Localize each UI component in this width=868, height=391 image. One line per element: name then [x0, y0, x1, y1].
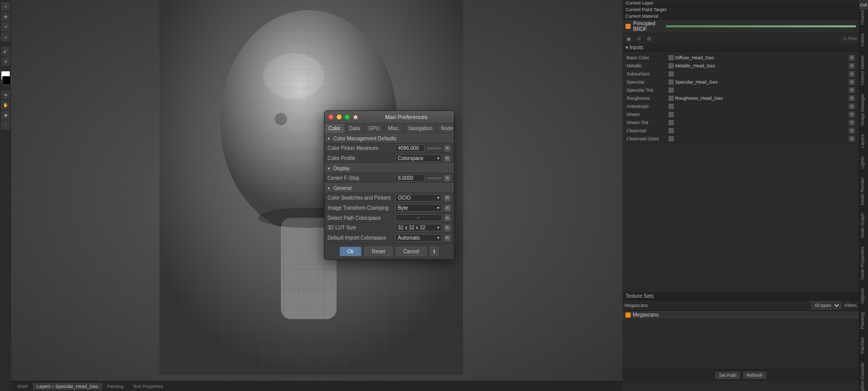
toolbar-pan-btn[interactable]: ✋	[1, 100, 10, 109]
toolbar-move-btn[interactable]: ✥	[1, 12, 10, 21]
tool-refresh-btn[interactable]: ↺	[635, 34, 643, 43]
input-btn-5[interactable]: ⊞	[849, 95, 855, 101]
input-btn-7[interactable]: ⊞	[849, 111, 855, 118]
color-swatches-reset[interactable]: R	[444, 194, 451, 202]
maximize-window-btn[interactable]	[345, 114, 350, 120]
toolbar-scale-btn[interactable]: ⤢	[1, 32, 10, 42]
img-transform-reset[interactable]: R	[444, 205, 451, 212]
ts-type-filter[interactable]: All types	[811, 301, 841, 309]
bottom-tab-tool-props[interactable]: Tool Properties	[129, 383, 167, 390]
input-swatch-8[interactable]	[669, 120, 674, 125]
dialog-tab-navigation[interactable]: Navigation	[404, 124, 437, 133]
toolbar-bg-color-btn[interactable]	[2, 76, 11, 85]
default-import-row: Default Import Colorspace Automatic ▾ R	[324, 233, 454, 243]
input-btn-8[interactable]: ⊞	[849, 120, 855, 126]
color-picker-max-reset[interactable]: R	[444, 145, 451, 152]
set-path-btn[interactable]: Set Path	[715, 372, 740, 379]
toolbar-zoom-btn[interactable]: ⊕	[1, 90, 10, 99]
color-profile-value[interactable]: Colorspace ▾	[395, 154, 442, 162]
side-tab-patches[interactable]: Patches	[859, 333, 869, 358]
tool-eye-btn[interactable]: ◉	[625, 34, 633, 43]
input-btn-1[interactable]: ⊞	[849, 63, 855, 69]
side-tab-painting[interactable]: Painting	[859, 308, 869, 333]
current-layer-header[interactable]: Current Layer	[623, 0, 859, 7]
center-fstop-reset[interactable]: R	[444, 175, 451, 182]
megascans-row[interactable]: Megascans	[623, 311, 859, 319]
input-swatch-0[interactable]	[669, 55, 674, 60]
current-material-header[interactable]: Current Material	[623, 13, 859, 20]
bottom-tab-shelf[interactable]: Shelf	[13, 383, 32, 390]
input-btn-6[interactable]: ⊞	[849, 103, 855, 109]
toolbar-rotate-btn[interactable]: ↺	[1, 22, 10, 31]
cancel-button[interactable]: Cancel	[396, 247, 427, 256]
input-swatch-2[interactable]	[669, 71, 674, 76]
side-tab-image-manager[interactable]: Image Manager	[859, 89, 869, 130]
input-swatch-7[interactable]	[669, 112, 674, 117]
dialog-tab-misc[interactable]: Misc.	[384, 124, 404, 133]
display-section-header[interactable]: ▾ Display	[324, 164, 454, 173]
input-swatch-5[interactable]	[669, 96, 674, 101]
img-transform-value[interactable]: Byte ▾	[395, 204, 442, 212]
side-tab-history[interactable]: History Marker	[859, 51, 869, 89]
toolbar-dots-btn[interactable]: ⋮	[1, 121, 10, 130]
reset-button[interactable]: Reset	[364, 247, 393, 256]
color-profile-reset[interactable]: R	[444, 155, 451, 162]
col-tab[interactable]: Col	[859, 0, 868, 10]
input-btn-9[interactable]: ⊞	[849, 128, 855, 134]
bottom-tab-layers[interactable]: Layers – Specular_Head_Geo	[33, 383, 102, 390]
side-tab-node-graph[interactable]: Node Graph	[859, 209, 869, 242]
minimize-window-btn[interactable]	[337, 114, 342, 120]
color-swatches-value[interactable]: OCIO ▾	[395, 194, 442, 202]
dialog-tab-node-graph[interactable]: Node Graph	[437, 124, 454, 133]
color-picker-max-value[interactable]: 4096.000	[395, 144, 425, 152]
toolbar-erase-btn[interactable]: ⊘	[1, 57, 10, 66]
side-tab-colors[interactable]: Colors	[859, 29, 869, 51]
input-swatch-3[interactable]	[669, 80, 674, 85]
info-button[interactable]: ℹ	[430, 247, 439, 256]
side-tab-python[interactable]: Python Console	[859, 358, 869, 391]
dialog-tab-data[interactable]: Data	[345, 124, 364, 133]
dialog-tab-color[interactable]: Color	[324, 124, 345, 133]
input-swatch-10[interactable]	[669, 136, 674, 141]
detect-path-value[interactable]: ✓	[395, 214, 442, 221]
color-mgmt-section-header[interactable]: ▾ Color Management Defaults	[324, 134, 454, 143]
side-tab-lights[interactable]: Lights	[859, 152, 869, 173]
input-swatch-9[interactable]	[669, 128, 674, 133]
lut-size-reset[interactable]: R	[444, 224, 451, 231]
input-btn-10[interactable]: ⊞	[849, 136, 855, 142]
input-btn-0[interactable]: ⊞	[849, 55, 855, 61]
input-swatch-6[interactable]	[669, 104, 674, 109]
toolbar-eye-btn[interactable]: ◉	[1, 110, 10, 120]
default-import-reset[interactable]: R	[444, 234, 451, 242]
color-picker-max-slider[interactable]	[427, 147, 442, 149]
detect-path-reset[interactable]: R	[444, 214, 451, 221]
general-section-header[interactable]: ▾ General	[324, 183, 454, 193]
side-tab-objects[interactable]: Objects	[859, 284, 869, 308]
side-tab-modo-render[interactable]: Modo Render	[859, 173, 869, 209]
side-tab-layers[interactable]: Layers	[859, 130, 869, 152]
dialog-tabs: Color Data GPU Misc. Navigation Node Gra…	[324, 124, 454, 134]
refresh-btn[interactable]: Refresh	[743, 372, 766, 379]
input-swatch-1[interactable]	[669, 63, 674, 68]
center-fstop-value[interactable]: 8.0000	[395, 174, 425, 182]
current-layer-label: Current Layer	[626, 1, 653, 6]
inputs-section-header[interactable]: ▾ Inputs	[623, 44, 859, 52]
input-btn-2[interactable]: ⊞	[849, 71, 855, 77]
input-swatch-4[interactable]	[669, 88, 674, 93]
bottom-tab-painting[interactable]: Painting	[103, 383, 128, 390]
close-window-btn[interactable]	[328, 114, 334, 120]
tool-settings-btn[interactable]: ⚙	[645, 34, 653, 43]
current-paint-target-header[interactable]: Current Paint Target	[623, 7, 859, 13]
input-btn-4[interactable]: ⊞	[849, 87, 855, 93]
default-import-value[interactable]: Automatic ▾	[395, 234, 442, 242]
dialog-titlebar[interactable]: 🏠 Mari Preferences	[324, 111, 454, 124]
side-tab-node-properties[interactable]: Node Properties	[859, 242, 869, 284]
ok-button[interactable]: Ok	[340, 247, 361, 256]
input-btn-3[interactable]: ⊞	[849, 79, 855, 85]
toolbar-paint-btn[interactable]: 🖌	[1, 47, 10, 56]
megascans-label: Megascans	[633, 312, 658, 318]
toolbar-select-btn[interactable]: ↖	[1, 2, 10, 11]
lut-size-value[interactable]: 32 x 32 x 32 ▾	[395, 224, 442, 231]
center-fstop-slider[interactable]	[427, 177, 442, 179]
dialog-tab-gpu[interactable]: GPU	[364, 124, 384, 133]
